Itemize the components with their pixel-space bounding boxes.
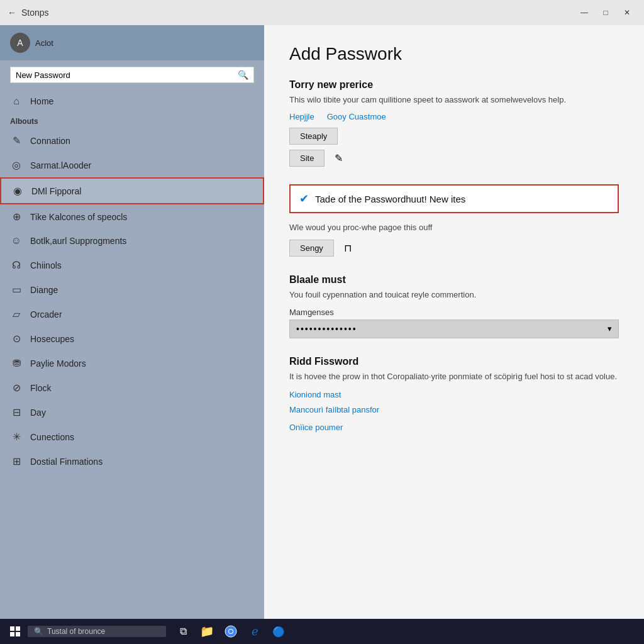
close-button[interactable]: ✕ xyxy=(618,5,636,20)
search-icon: 🔍 xyxy=(238,70,248,80)
task-view-button[interactable]: ⧉ xyxy=(174,622,192,641)
link-row-1: Hepjjle Gooy Cuastmoe xyxy=(289,112,619,121)
sidebar-item-cunections[interactable]: ✳ Cunections xyxy=(0,425,264,449)
orcader-icon: ▱ xyxy=(10,308,23,320)
sidebar: A Aclot 🔍 ⌂ Home Albouts ✎ Connation ◎ S… xyxy=(0,25,264,619)
section-tade: ✔ Tade of the Passwordhuut! New ites Wle… xyxy=(289,184,619,257)
app5-button[interactable]: 🔵 xyxy=(269,622,288,641)
highlight-box: ✔ Tade of the Passwordhuut! New ites xyxy=(289,184,619,213)
sidebar-item-label: Day xyxy=(30,408,46,418)
cunections-icon: ✳ xyxy=(10,431,23,443)
gooy-link[interactable]: Gooy Cuastmoe xyxy=(327,112,386,121)
sidebar-item-label: DMl Fipporal xyxy=(31,186,81,196)
section-title-1: Torry new prerice xyxy=(289,79,619,91)
mamgenses-dropdown[interactable]: •••••••••••••• ▾ xyxy=(289,319,619,338)
check-icon: ✔ xyxy=(299,192,309,206)
section-desc-2: Wle woud you proc-whe pagoe this ouff xyxy=(289,222,619,233)
sidebar-item-home[interactable]: ⌂ Home xyxy=(0,89,264,113)
sidebar-item-label: Connation xyxy=(30,136,70,146)
edge-button[interactable]: ℯ xyxy=(245,622,264,641)
sidebar-item-connation[interactable]: ✎ Connation xyxy=(0,128,264,153)
chrome-button[interactable] xyxy=(221,622,240,641)
section-desc-1: This wilo tibite your cam quilitione spe… xyxy=(289,94,619,106)
section-desc-3: You fouil cypennation and touicat reyle … xyxy=(289,289,619,301)
sidebar-item-sarmat[interactable]: ◎ Sarmat.lAooder xyxy=(0,153,264,177)
sidebar-item-dmi[interactable]: ◉ DMl Fipporal xyxy=(0,177,264,204)
sidebar-item-dostial[interactable]: ⊞ Dostial Finmations xyxy=(0,449,264,474)
connation-icon: ✎ xyxy=(10,135,23,147)
chrome-icon xyxy=(225,625,237,638)
file-explorer-button[interactable]: 📁 xyxy=(197,622,216,641)
sidebar-item-label: Botlk,aurl Supprogments xyxy=(30,236,126,246)
sengy-button[interactable]: Sengy xyxy=(289,240,334,257)
window-controls: — □ ✕ xyxy=(575,5,636,20)
sidebar-item-label: Tike Kalcones of speocls xyxy=(30,212,127,222)
avatar: A xyxy=(10,33,30,53)
edit-icon: ✎ xyxy=(335,152,343,164)
sidebar-item-botlk[interactable]: ☺ Botlk,aurl Supprogments xyxy=(0,229,264,253)
btn-row-2: Site ✎ xyxy=(289,150,619,167)
sidebar-search-box[interactable]: 🔍 xyxy=(10,67,254,83)
oniice-link[interactable]: Onïice poumer xyxy=(289,423,343,432)
taskbar: 🔍 ⧉ 📁 ℯ 🔵 xyxy=(0,619,644,644)
sidebar-item-flock[interactable]: ⊘ Flock xyxy=(0,375,264,400)
flock-icon: ⊘ xyxy=(10,382,23,394)
start-button[interactable] xyxy=(5,621,25,641)
sarmat-icon: ◎ xyxy=(10,159,23,171)
chiinols-icon: ☊ xyxy=(10,259,23,271)
sidebar-item-label: Dostial Finmations xyxy=(30,457,103,467)
day-icon: ⊟ xyxy=(10,406,23,418)
svg-rect-2 xyxy=(10,632,14,636)
sidebar-item-orcader[interactable]: ▱ Orcader xyxy=(0,302,264,326)
section-blaale: Blaale must You fouil cypennation and to… xyxy=(289,274,619,338)
sidebar-item-label: Paylie Modors xyxy=(30,358,86,369)
maximize-button[interactable]: □ xyxy=(596,5,615,20)
sidebar-item-label: Orcader xyxy=(30,309,62,319)
botlk-icon: ☺ xyxy=(10,235,23,247)
diange-icon: ▭ xyxy=(10,284,23,296)
dropdown-arrow-icon: ▾ xyxy=(608,324,612,333)
content-area: Add Passwork Torry new prerice This wilo… xyxy=(264,25,644,619)
site-button[interactable]: Site xyxy=(289,150,325,167)
taskbar-search-icon: 🔍 xyxy=(34,627,43,636)
minimize-button[interactable]: — xyxy=(575,5,594,20)
sidebar-item-day[interactable]: ⊟ Day xyxy=(0,400,264,425)
title-bar-title: Stonps xyxy=(21,8,575,18)
hepjjle-link[interactable]: Hepjjle xyxy=(289,112,314,121)
dropdown-label: Mamgenses xyxy=(289,308,619,317)
sidebar-item-diange[interactable]: ▭ Diange xyxy=(0,277,264,302)
sidebar-item-label: Chiinols xyxy=(30,260,62,270)
mancouri-link[interactable]: Mancourì faìlbtal pansfor xyxy=(289,405,379,414)
section-ridd: Ridd Fissword It is hovee the prow in th… xyxy=(289,356,619,433)
sidebar-item-label: Flock xyxy=(30,383,51,393)
svg-point-6 xyxy=(229,630,233,633)
dostial-icon: ⊞ xyxy=(10,455,23,467)
svg-rect-0 xyxy=(10,626,14,631)
title-bar: ← Stonps — □ ✕ xyxy=(0,0,644,25)
sidebar-item-tike[interactable]: ⊕ Tike Kalcones of speocls xyxy=(0,204,264,229)
paylie-icon: ⛃ xyxy=(10,357,23,369)
highlight-text: Tade of the Passwordhuut! New ites xyxy=(315,194,465,204)
dmi-icon: ◉ xyxy=(11,185,24,197)
btn-row-1: Steaply xyxy=(289,128,619,145)
taskbar-search[interactable]: 🔍 xyxy=(28,626,166,637)
taskbar-search-input[interactable] xyxy=(47,627,160,636)
steaply-button[interactable]: Steaply xyxy=(289,128,338,145)
dropdown-value: •••••••••••••• xyxy=(296,324,357,334)
tike-icon: ⊕ xyxy=(10,211,23,223)
section-title-4: Ridd Fissword xyxy=(289,356,619,367)
kioniond-link[interactable]: Kioniond mast xyxy=(289,390,341,399)
section-desc-4: It is hovee the prow in thot Coropaliato… xyxy=(289,371,619,382)
section-torry: Torry new prerice This wilo tibite your … xyxy=(289,79,619,167)
windows-icon xyxy=(10,626,20,636)
back-button[interactable]: ← xyxy=(8,8,16,18)
sidebar-section-albouts: Albouts xyxy=(0,113,264,128)
sidebar-item-hosecupes[interactable]: ⊙ Hosecupes xyxy=(0,326,264,351)
svg-rect-1 xyxy=(16,626,20,631)
taskbar-icons: ⧉ 📁 ℯ 🔵 xyxy=(174,622,288,641)
sidebar-item-label: Hosecupes xyxy=(30,334,74,344)
main-container: A Aclot 🔍 ⌂ Home Albouts ✎ Connation ◎ S… xyxy=(0,25,644,619)
sidebar-item-chiinols[interactable]: ☊ Chiinols xyxy=(0,253,264,277)
search-input[interactable] xyxy=(16,70,238,80)
sidebar-item-paylie[interactable]: ⛃ Paylie Modors xyxy=(0,351,264,375)
